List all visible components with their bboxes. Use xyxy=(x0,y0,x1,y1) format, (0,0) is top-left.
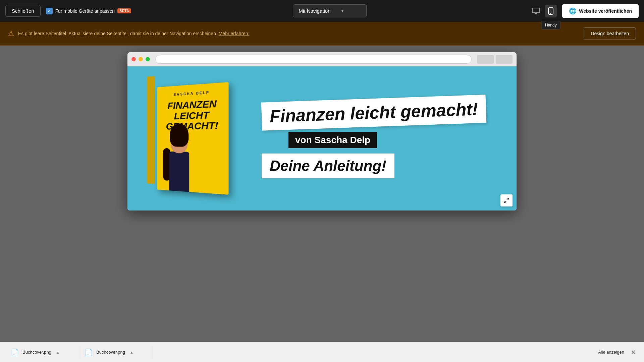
preview-container: SASCHA DELP FINANZENLEICHTGEMACHT! xyxy=(0,46,644,362)
svg-rect-2 xyxy=(534,14,538,14)
file-icon-0: 📄 xyxy=(11,348,19,356)
design-button[interactable]: Design bearbeiten xyxy=(584,27,636,40)
desktop-icon xyxy=(532,8,540,14)
hero-title-banner: Finanzen leicht gemacht! xyxy=(261,95,487,130)
close-button[interactable]: Schließen xyxy=(5,5,41,17)
mobile-icon xyxy=(548,7,553,15)
person-hair xyxy=(170,123,189,147)
mobile-toggle-label: Für mobile Geräte anpassen xyxy=(55,8,115,14)
publish-icon: 🌐 xyxy=(569,7,576,15)
svg-point-4 xyxy=(550,13,551,13)
svg-rect-1 xyxy=(535,13,537,14)
beta-badge: BETA xyxy=(117,8,131,13)
nav-dropdown-label: Mit Navigation xyxy=(299,8,330,14)
hero-subtitle-dark-wrapper: von Sascha Delp xyxy=(275,132,503,148)
hero-text: Finanzen leicht gemacht! von Sascha Delp… xyxy=(248,85,517,192)
close-download-bar-button[interactable]: ✕ xyxy=(628,346,639,359)
content-area: ⚠ Es gibt leere Seitentitel. Aktualisier… xyxy=(0,22,644,362)
hero-subtitle-white-wrapper: Deine Anleitung! xyxy=(262,154,503,178)
download-filename-0: Buchcover.png xyxy=(22,350,51,355)
hero-title-wrapper: Finanzen leicht gemacht! xyxy=(262,99,503,127)
file-icon-1: 📄 xyxy=(85,348,93,356)
browser-url-bar xyxy=(155,55,472,64)
download-item-1[interactable]: 📄 Buchcover.png ▲ xyxy=(79,346,153,359)
toolbar: Schließen ✓ Für mobile Geräte anpassen B… xyxy=(0,0,644,22)
show-all-button[interactable]: Alle anzeigen xyxy=(594,347,628,357)
book-author: SASCHA DELP xyxy=(173,90,210,97)
person-body xyxy=(169,152,189,192)
checkbox-icon: ✓ xyxy=(46,8,53,14)
person-figure xyxy=(163,130,198,193)
browser-btn-1[interactable] xyxy=(477,55,494,64)
alert-left: ⚠ Es gibt leere Seitentitel. Aktualisier… xyxy=(8,29,250,38)
download-filename-1: Buchcover.png xyxy=(96,350,125,355)
hero-subtitle-dark: von Sascha Delp xyxy=(288,132,377,148)
browser-btn-group xyxy=(477,55,513,64)
alert-text: Es gibt leere Seitentitel. Aktualisiere … xyxy=(18,31,250,36)
hero-main-title: Finanzen leicht gemacht! xyxy=(269,99,478,126)
expand-icon xyxy=(504,198,509,203)
chevron-down-icon: ▾ xyxy=(341,9,343,13)
device-icons: Handy xyxy=(529,5,557,17)
handy-tooltip: Handy xyxy=(541,21,560,29)
svg-rect-0 xyxy=(532,8,540,13)
desktop-view-button[interactable] xyxy=(529,5,543,17)
browser-window: SASCHA DELP FINANZENLEICHTGEMACHT! xyxy=(127,52,517,210)
book-spine xyxy=(147,76,155,184)
hero-subtitle-white: Deine Anleitung! xyxy=(262,154,394,178)
alert-message: Es gibt leere Seitentitel. Aktualisiere … xyxy=(18,31,217,36)
browser-dot-yellow xyxy=(139,57,143,61)
publish-label: Website veröffentlichen xyxy=(579,8,632,14)
mobile-toggle[interactable]: ✓ Für mobile Geräte anpassen BETA xyxy=(46,8,131,14)
browser-btn-2[interactable] xyxy=(496,55,513,64)
download-chevron-1[interactable]: ▲ xyxy=(130,350,133,354)
expand-button[interactable] xyxy=(500,194,513,206)
mobile-view-button[interactable] xyxy=(545,5,557,17)
handy-tooltip-container: Handy xyxy=(545,5,557,17)
browser-dot-green xyxy=(146,57,150,61)
publish-button[interactable]: 🌐 Website veröffentlichen xyxy=(562,4,639,18)
book-cover: SASCHA DELP FINANZENLEICHTGEMACHT! xyxy=(157,82,229,195)
alert-link[interactable]: Mehr erfahren. xyxy=(219,31,250,36)
book-container: SASCHA DELP FINANZENLEICHTGEMACHT! xyxy=(154,75,248,202)
browser-dot-red xyxy=(131,57,136,61)
warning-icon: ⚠ xyxy=(8,29,14,38)
download-chevron-0[interactable]: ▲ xyxy=(56,350,60,354)
download-item-0[interactable]: 📄 Buchcover.png ▲ xyxy=(5,346,79,359)
download-bar: 📄 Buchcover.png ▲ 📄 Buchcover.png ▲ Alle… xyxy=(0,342,644,362)
hero-section: SASCHA DELP FINANZENLEICHTGEMACHT! xyxy=(127,66,517,210)
nav-dropdown[interactable]: Mit Navigation ▾ xyxy=(293,4,367,17)
browser-chrome xyxy=(127,52,517,66)
